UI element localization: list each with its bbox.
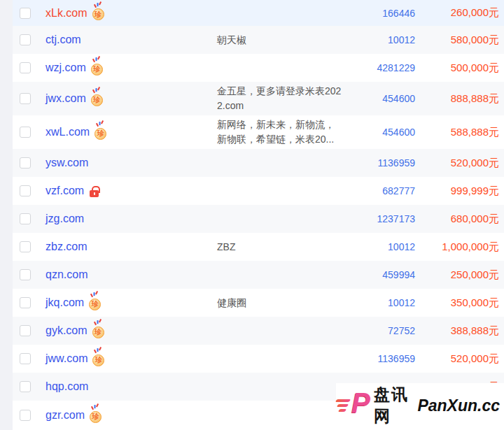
domain-cell: jzg.com <box>46 213 217 225</box>
row-checkbox[interactable] <box>20 127 31 138</box>
checkbox-cell <box>13 241 46 252</box>
visits-count[interactable]: 1136959 <box>344 157 415 169</box>
domain-link[interactable]: zbz.com <box>46 241 88 253</box>
row-checkbox[interactable] <box>20 8 31 19</box>
visits-count[interactable]: 72752 <box>344 325 415 336</box>
table-row: xwL.com珍新网络，新未来，新物流，新物联，希望链，米表20...45460… <box>13 115 504 149</box>
checkbox-cell <box>13 8 46 19</box>
visits-count[interactable]: 682777 <box>344 185 415 196</box>
domain-description: 金五星，更多请登录米表2022.com <box>217 84 344 113</box>
table-row: gyk.com珍72752388,888元 <box>13 317 504 345</box>
domain-cell: zbz.com <box>46 241 217 253</box>
row-checkbox[interactable] <box>20 62 31 73</box>
visits-count[interactable]: 454600 <box>344 93 415 104</box>
domain-cell: jww.com珍 <box>46 352 217 366</box>
row-checkbox[interactable] <box>20 381 31 392</box>
domain-link[interactable]: jkq.com <box>46 296 84 309</box>
premium-badge-icon: 珍 <box>94 126 106 140</box>
premium-badge-icon: 珍 <box>92 352 104 366</box>
checkbox-cell <box>13 325 46 336</box>
panxun-watermark: 公众号早盘思评测 P 盘讯网 PanXun.cc <box>336 394 504 429</box>
price-label: 888,888元 <box>415 92 504 106</box>
table-row: jwx.com珍金五星，更多请登录米表2022.com454600888,888… <box>13 82 504 115</box>
premium-badge-icon: 珍 <box>92 324 104 338</box>
price-label: 250,000元 <box>415 268 504 282</box>
domain-link[interactable]: wzj.com <box>46 62 86 74</box>
domain-link[interactable]: jzg.com <box>46 213 84 225</box>
visits-count[interactable]: 166446 <box>344 8 415 19</box>
row-checkbox[interactable] <box>20 34 31 45</box>
domain-description: 健康圈 <box>217 296 344 310</box>
domain-cell: gyk.com珍 <box>46 324 217 338</box>
checkbox-cell <box>13 410 46 421</box>
row-checkbox[interactable] <box>20 157 31 169</box>
visits-count[interactable]: 454600 <box>344 127 415 138</box>
visits-count[interactable]: 1237173 <box>344 213 415 224</box>
domain-cell: qzn.com <box>46 268 217 281</box>
price-label: 999,999元 <box>415 185 504 198</box>
checkbox-cell <box>13 353 46 364</box>
domain-cell: xLk.com珍 <box>46 6 217 20</box>
domain-listing-table: xLk.com珍166446260,000元ctj.com朝天椒10012580… <box>13 0 504 430</box>
row-checkbox[interactable] <box>20 93 31 104</box>
domain-cell: ctj.com <box>46 34 217 46</box>
domain-link[interactable]: gyk.com <box>46 324 88 337</box>
checkbox-cell <box>13 127 46 138</box>
domain-description: ZBZ <box>217 240 344 255</box>
domain-cell: wzj.com珍 <box>46 61 217 75</box>
domain-link[interactable]: ysw.com <box>46 157 88 169</box>
row-checkbox[interactable] <box>20 353 31 364</box>
site-name-chinese: 盘讯网 <box>374 384 411 427</box>
row-checkbox[interactable] <box>20 241 31 252</box>
site-name-english: PanXun.cc <box>417 396 500 415</box>
premium-badge-icon: 珍 <box>91 62 103 76</box>
price-label: 1,000,000元 <box>415 241 504 254</box>
lock-icon <box>90 186 99 197</box>
domain-link[interactable]: gzr.com <box>46 409 85 422</box>
visits-count[interactable]: 10012 <box>344 241 415 252</box>
table-row: jww.com珍1136959520,000元 <box>13 345 504 373</box>
domain-cell: xwL.com珍 <box>46 125 217 139</box>
checkbox-cell <box>13 157 46 169</box>
domain-link[interactable]: vzf.com <box>46 185 84 197</box>
checkbox-cell <box>13 381 46 392</box>
domain-link[interactable]: xwL.com <box>46 126 90 138</box>
visits-count[interactable]: 4281229 <box>344 62 415 73</box>
row-checkbox[interactable] <box>20 269 31 280</box>
table-row: ysw.com1136959520,000元 <box>13 149 504 177</box>
row-checkbox[interactable] <box>20 325 31 336</box>
row-checkbox[interactable] <box>20 410 31 421</box>
checkbox-cell <box>13 297 46 308</box>
row-checkbox[interactable] <box>20 297 31 308</box>
domain-cell: gzr.com珍 <box>46 408 217 422</box>
domain-link[interactable]: jwx.com <box>46 92 86 105</box>
price-label: 388,888元 <box>415 324 504 338</box>
price-label: 500,000元 <box>415 62 504 75</box>
domain-cell: hqp.com <box>46 380 217 393</box>
premium-badge-icon: 珍 <box>90 409 102 423</box>
domain-link[interactable]: qzn.com <box>46 268 88 281</box>
price-label: 520,000元 <box>415 352 504 366</box>
domain-cell: jwx.com珍 <box>46 92 217 106</box>
premium-badge-icon: 珍 <box>91 92 103 106</box>
domain-link[interactable]: xLk.com <box>46 7 88 20</box>
domain-link[interactable]: hqp.com <box>46 380 88 393</box>
visits-count[interactable]: 459994 <box>344 269 415 280</box>
domain-link[interactable]: jww.com <box>46 352 88 365</box>
row-checkbox[interactable] <box>20 185 31 196</box>
price-label: 350,000元 <box>415 296 504 310</box>
domain-cell: ysw.com <box>46 157 217 169</box>
checkbox-cell <box>13 185 46 196</box>
row-checkbox[interactable] <box>20 213 31 224</box>
table-row: wzj.com珍4281229500,000元 <box>13 54 504 82</box>
checkbox-cell <box>13 213 46 224</box>
table-row: qzn.com459994250,000元 <box>13 261 504 289</box>
price-label: 580,000元 <box>415 34 504 47</box>
visits-count[interactable]: 10012 <box>344 297 415 308</box>
table-row: jkq.com珍健康圈10012350,000元 <box>13 289 504 317</box>
visits-count[interactable]: 10012 <box>344 34 415 45</box>
visits-count[interactable]: 1136959 <box>344 353 415 364</box>
table-row: xLk.com珍166446260,000元 <box>13 0 504 26</box>
domain-link[interactable]: ctj.com <box>46 34 81 46</box>
checkbox-cell <box>13 93 46 104</box>
